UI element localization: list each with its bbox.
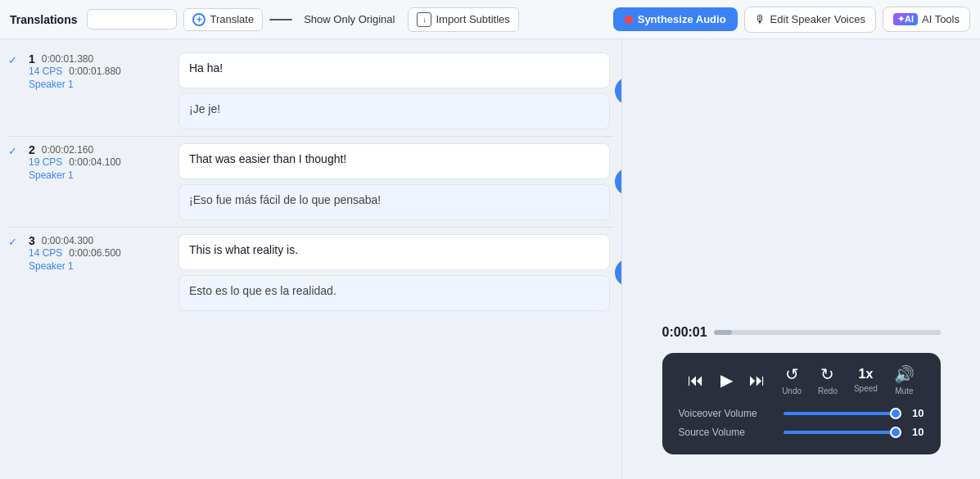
synthesize-label: Synthesize Audio [638, 13, 726, 25]
mic-icon: 🎙 [755, 13, 766, 26]
playback-time: 0:00:01 [662, 325, 707, 340]
play-button-1[interactable]: ▶ [615, 77, 622, 105]
import-icon: ↓ [417, 12, 431, 27]
synthesize-audio-button[interactable]: Synthesize Audio [613, 7, 738, 31]
subtitle-boxes-3: This is what reality is. Esto es lo que … [178, 234, 610, 311]
show-only-original-label: Show Only Original [304, 13, 395, 25]
speed-icon: 1x [859, 367, 874, 382]
subtitle-boxes-2: That was easier than I thought! ¡Eso fue… [178, 143, 610, 220]
subtitle-time-start-1: 0:00:01.380 [42, 53, 93, 65]
undo-button[interactable]: ↺ Undo [782, 364, 802, 395]
voiceover-volume-slider[interactable] [784, 412, 901, 415]
ai-tools-button[interactable]: ✦AI AI Tools [883, 7, 970, 32]
source-volume-row: Source Volume 10 [679, 426, 924, 438]
subtitle-item-2: ✓ 2 0:00:02.160 19 CPS 0:00:04.100 Speak… [0, 137, 621, 227]
mute-icon: 🔊 [894, 364, 915, 384]
ai-tools-label: AI Tools [922, 13, 960, 25]
subtitle-speaker-1: Speaker 1 [29, 79, 172, 90]
edit-speaker-voices-button[interactable]: 🎙 Edit Speaker Voices [744, 7, 876, 33]
main-content: ✓ 1 0:00:01.380 14 CPS 0:00:01.880 Speak… [0, 39, 980, 479]
subtitle-original-2[interactable]: That was easier than I thought! [178, 143, 610, 179]
subtitle-num-3: 3 [29, 234, 35, 247]
player-controls: ⏮ ▶ ⏭ ↺ Undo ↻ Redo 1x Speed [662, 353, 941, 454]
redo-button[interactable]: ↻ Redo [818, 364, 838, 395]
ai-badge: ✦AI [893, 13, 918, 25]
speed-button[interactable]: 1x Speed [854, 367, 878, 393]
subtitle-meta-3: 3 0:00:04.300 14 CPS 0:00:06.500 Speaker… [29, 234, 172, 311]
play-btn-wrapper-1: ▶ [615, 77, 622, 105]
subtitle-item-3: ✓ 3 0:00:04.300 14 CPS 0:00:06.500 Speak… [0, 228, 621, 318]
voiceover-volume-row: Voiceover Volume 10 [679, 407, 924, 419]
import-subtitles-label: Import Subtitles [436, 13, 509, 25]
check-icon-1: ✓ [8, 54, 17, 129]
subtitle-time-end-2: 0:00:04.100 [69, 156, 120, 168]
voiceover-volume-label: Voiceover Volume [679, 408, 777, 419]
subtitle-translated-3[interactable]: Esto es lo que es la realidad. [178, 275, 610, 311]
rec-dot-icon [625, 16, 633, 24]
timeline-area: 0:00:01 [662, 325, 941, 340]
subtitle-speaker-2: Speaker 1 [29, 169, 172, 181]
subtitle-meta-1: 1 0:00:01.380 14 CPS 0:00:01.880 Speaker… [29, 52, 172, 129]
separator-line [269, 19, 292, 20]
play-btn-wrapper-3: ▶ [615, 259, 622, 287]
subtitle-translated-1[interactable]: ¡Je je! [178, 93, 610, 129]
speed-label: Speed [854, 384, 878, 393]
subtitle-boxes-1: Ha ha! ¡Je je! ▶ [178, 52, 610, 129]
speaker-voices-label: Edit Speaker Voices [770, 13, 865, 25]
play-pause-icon: ▶ [720, 370, 733, 390]
fast-forward-icon: ⏭ [749, 371, 765, 390]
subtitle-time-end-3: 0:00:06.500 [69, 247, 120, 259]
import-subtitles-button[interactable]: ↓ Import Subtitles [408, 7, 518, 32]
subtitles-panel: ✓ 1 0:00:01.380 14 CPS 0:00:01.880 Speak… [0, 39, 622, 479]
subtitle-meta-2: 2 0:00:02.160 19 CPS 0:00:04.100 Speaker… [29, 143, 172, 220]
timeline-fill [714, 330, 732, 335]
language-select[interactable] [87, 9, 177, 29]
subtitle-time-start-2: 0:00:02.160 [42, 144, 93, 156]
timeline-bar[interactable] [714, 330, 941, 335]
show-only-original-group: Show Only Original [269, 9, 401, 29]
subtitle-cps-2: 19 CPS [29, 156, 62, 168]
subtitle-original-1[interactable]: Ha ha! [178, 52, 610, 88]
toolbar: Translations + Translate Show Only Origi… [0, 0, 980, 39]
subtitle-speaker-3: Speaker 1 [29, 260, 172, 272]
translate-button[interactable]: + Translate [183, 8, 263, 31]
fast-forward-button[interactable]: ⏭ [749, 371, 765, 390]
play-button-2[interactable]: ▶ [615, 168, 622, 196]
controls-row: ⏮ ▶ ⏭ ↺ Undo ↻ Redo 1x Speed [679, 364, 924, 395]
voiceover-volume-value: 10 [908, 407, 924, 419]
rewind-button[interactable]: ⏮ [688, 371, 704, 390]
plus-icon: + [192, 13, 205, 26]
subtitle-translated-2[interactable]: ¡Eso fue más fácil de lo que pensaba! [178, 184, 610, 220]
translate-label: Translate [210, 13, 254, 25]
source-volume-slider[interactable] [784, 431, 901, 434]
subtitle-item-1: ✓ 1 0:00:01.380 14 CPS 0:00:01.880 Speak… [0, 46, 621, 136]
player-panel: 0:00:01 ⏮ ▶ ⏭ ↺ Undo [622, 39, 980, 479]
subtitle-time-end-1: 0:00:01.880 [69, 66, 120, 77]
source-volume-label: Source Volume [679, 427, 777, 438]
subtitle-cps-1: 14 CPS [29, 66, 62, 77]
undo-icon: ↺ [785, 364, 799, 384]
play-pause-button[interactable]: ▶ [720, 370, 733, 390]
check-icon-3: ✓ [8, 236, 17, 311]
subtitle-cps-3: 14 CPS [29, 247, 62, 259]
toolbar-title: Translations [10, 13, 77, 26]
check-icon-2: ✓ [8, 145, 17, 220]
undo-label: Undo [782, 386, 802, 395]
mute-button[interactable]: 🔊 Mute [894, 364, 915, 395]
play-button-3[interactable]: ▶ [615, 259, 622, 287]
play-btn-wrapper-2: ▶ [615, 168, 622, 196]
subtitle-num-2: 2 [29, 143, 35, 156]
subtitle-original-3[interactable]: This is what reality is. [178, 234, 610, 270]
rewind-icon: ⏮ [688, 371, 704, 390]
subtitle-num-1: 1 [29, 52, 35, 66]
show-only-original-button[interactable]: Show Only Original [297, 9, 401, 29]
source-volume-value: 10 [908, 426, 924, 438]
redo-label: Redo [818, 386, 838, 395]
subtitle-time-start-3: 0:00:04.300 [42, 235, 93, 246]
redo-icon: ↻ [820, 364, 834, 384]
mute-label: Mute [895, 386, 913, 395]
